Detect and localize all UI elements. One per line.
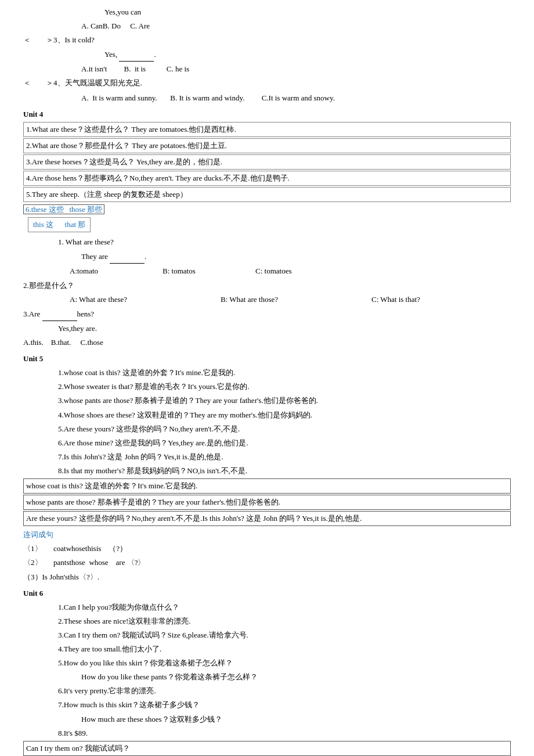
option-a-what-are-these: A: What are these?	[70, 293, 221, 306]
u5-boxed1: whose coat is this? 这是谁的外套？It's mine.它是我…	[23, 478, 511, 494]
u5-boxed2: whose pants are those? 那条裤子是谁的？They are …	[23, 495, 511, 510]
u6-line5a: 5.How do you like this skirt？你觉着这条裙子怎么样？	[23, 657, 511, 669]
u5-line3: 3.whose pants are those? 那条裤子是谁的？They ar…	[23, 394, 511, 407]
u5-line8: 8.Is that my mother's? 那是我妈妈的吗？NO,is isn…	[23, 465, 511, 477]
unit4-title: Unit 4	[23, 108, 511, 121]
u5-lian3: （3）Is John'sthis〈?〉.	[23, 571, 511, 584]
unit4-exercises: 1. What are these? They are . A:tomato B…	[23, 236, 511, 349]
ex-q2-stem: 2.那些是什么？	[23, 279, 511, 292]
ex-q2-options: A: What are these? B: What are those? C:…	[23, 293, 511, 306]
u6-line2: 2.These shoes are nice!这双鞋非常的漂亮.	[23, 615, 511, 628]
unit4-line2: 2.What are those？那些是什么？ They are potatoe…	[23, 138, 511, 153]
unit4-line4: 4.Are those hens？那些事鸡么？No,they aren't. T…	[23, 171, 511, 186]
option-c-what-is-that: C: What is that?	[371, 293, 464, 306]
u5-boxed3: Are these yours? 这些是你的吗？No,they aren't.不…	[23, 511, 511, 526]
unit5-section: Unit 5 1.whose coat is this? 这是谁的外套？It's…	[23, 352, 511, 584]
top-section: Yes,you can A. CanB. Do C. Are ＜ ＞3、Is i…	[23, 6, 511, 105]
ex-q3-answer: Yes,they are.	[23, 322, 511, 335]
answer-yes-you-can: Yes,you can	[23, 6, 511, 19]
option-c-tomatoes: C: tomatoes	[255, 265, 348, 278]
unit6-title: Unit 6	[23, 587, 511, 600]
u6-boxed-last: Can I try them on? 我能试试吗？	[23, 741, 511, 756]
ex-q3-stem: 3.Are hens?	[23, 308, 511, 321]
option-b-tomatos: B: tomatos	[163, 265, 255, 278]
u5-line7: 7.Is this John's? 这是 John 的吗？Yes,it is.是…	[23, 451, 511, 463]
q3-answer: Yes, .	[23, 48, 511, 62]
u5-line4: 4.Whose shoes are these? 这双鞋是谁的？They are…	[23, 409, 511, 422]
ex-q1-stem: 1. What are these?	[23, 236, 511, 249]
unit4-line1: 1.What are these？这些是什么？ They are tomatoe…	[23, 122, 511, 137]
u5-line2: 2.Whose sweater is that? 那是谁的毛衣？It's you…	[23, 380, 511, 393]
u5-lian1: 〈1〉 coatwhosethisis （?）	[23, 542, 511, 555]
unit4-section: Unit 4 1.What are these？这些是什么？ They are …	[23, 108, 511, 350]
q4-options: A. It is warm and sunny. B. It is warm a…	[23, 92, 511, 105]
q2-options: A. CanB. Do C. Are	[23, 20, 511, 33]
this-that-box: this 这 that 那	[28, 217, 91, 232]
unit6-section: Unit 6 1.Can I help you?我能为你做点什么？ 2.Thes…	[23, 587, 511, 756]
ex-q1-options: A:tomato B: tomatos C: tomatoes	[23, 265, 511, 278]
q4-stem: ＜ ＞4、天气既温暖又阳光充足.	[23, 77, 511, 89]
u6-line4: 4.They are too small.他们太小了.	[23, 643, 511, 656]
q3-stem: ＜ ＞3、Is it cold?	[23, 34, 511, 46]
u5-lian-ci-title: 连词成句	[23, 528, 511, 541]
u5-lian2: 〈2〉 pantsthose whose are 〈?〉	[23, 556, 511, 569]
u6-line7a: 7.How much is this skirt？这条裙子多少钱？	[23, 699, 511, 711]
unit4-line3: 3.Are these horses？这些是马么？ Yes,they are.是…	[23, 154, 511, 170]
q3-options: A.it isn't B. it is C. he is	[23, 63, 511, 75]
ex-q1-answer: They are .	[23, 250, 511, 264]
unit5-title: Unit 5	[23, 352, 511, 365]
unit4-line6: 6.these 这些 those 那些	[23, 203, 511, 216]
u6-line3: 3.Can I try them on? 我能试试吗？Size 6,please…	[23, 629, 511, 642]
u5-line5: 5.Are these yours? 这些是你的吗？No,they aren't…	[23, 423, 511, 435]
ex-q3-options: A.this. B.that. C.those	[23, 336, 511, 349]
u6-line7b: How much are these shoes？这双鞋多少钱？	[23, 713, 511, 726]
u5-line6: 6.Are those mine? 这些是我的吗？Yes,they are.是的…	[23, 437, 511, 449]
option-b-what-are-those: B: What are those?	[221, 293, 371, 306]
u5-line1: 1.whose coat is this? 这是谁的外套？It's mine.它…	[23, 366, 511, 379]
u6-line6: 6.It's very pretty.它非常的漂亮.	[23, 685, 511, 697]
u6-line1: 1.Can I help you?我能为你做点什么？	[23, 601, 511, 614]
unit4-line5: 5.They are sheep.（注意 sheep 的复数还是 sheep）	[23, 187, 511, 202]
option-a-tomato: A:tomato	[70, 265, 163, 278]
u6-line5b: How do you like these pants？你觉着这条裤子怎么样？	[23, 671, 511, 683]
these-those-box: 6.these 这些 those 那些	[23, 204, 104, 214]
u6-line8: 8.It's $89.	[23, 727, 511, 740]
